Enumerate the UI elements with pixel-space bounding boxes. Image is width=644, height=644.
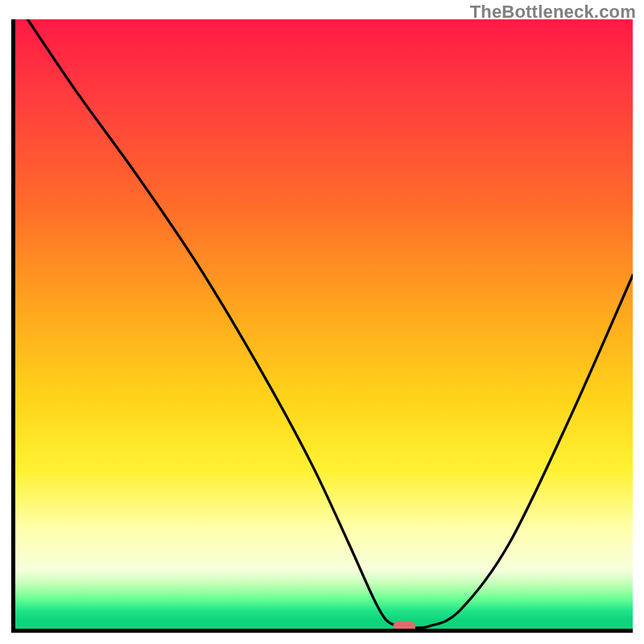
watermark-text: TheBottleneck.com (470, 2, 636, 23)
optimal-point-marker (393, 621, 415, 633)
chart-frame: TheBottleneck.com (0, 0, 644, 644)
bottleneck-curve (15, 19, 633, 629)
plot-area (11, 19, 633, 633)
